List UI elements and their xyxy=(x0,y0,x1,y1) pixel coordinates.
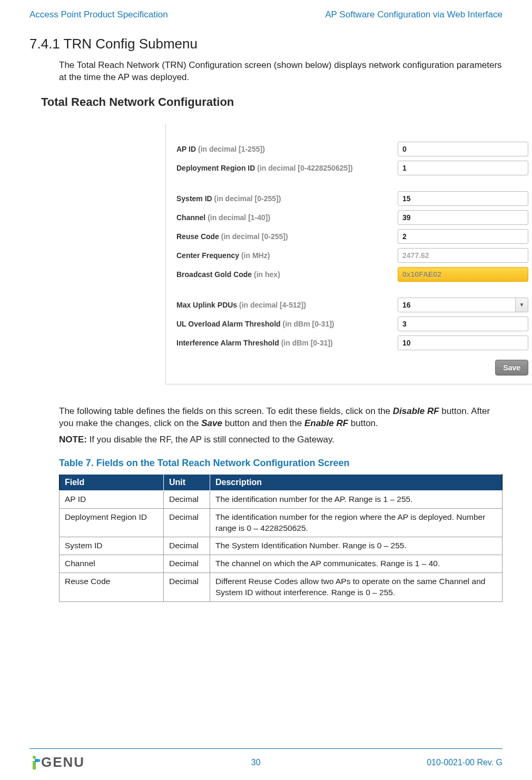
table-row: ChannelDecimalThe channel on which the A… xyxy=(60,555,503,573)
label-interference-threshold: Interference Alarm Threshold (in dBm [0-… xyxy=(176,339,398,347)
row-broadcast-gold-code: Broadcast Gold Code (in hex) 0x10FAE02 xyxy=(166,265,532,284)
label-channel: Channel (in decimal [1-40]) xyxy=(176,213,398,222)
section-number: 7.4.1 xyxy=(29,36,60,52)
label-system-id: System ID (in decimal [0-255]) xyxy=(176,194,398,203)
header-left: Access Point Product Specification xyxy=(29,9,168,20)
readonly-broadcast-gold-code: 0x10FAE02 xyxy=(398,267,528,282)
row-channel: Channel (in decimal [1-40]) xyxy=(166,208,532,227)
header-right: AP Software Configuration via Web Interf… xyxy=(325,9,503,20)
readonly-center-frequency: 2477.62 xyxy=(398,248,528,263)
page-header: Access Point Product Specification AP So… xyxy=(29,9,503,20)
label-deployment-region-id: Deployment Region ID (in decimal [0-4228… xyxy=(176,164,398,172)
note-label: NOTE: xyxy=(59,435,87,445)
th-description: Description xyxy=(210,474,503,490)
revision-number: 010-0021-00 Rev. G xyxy=(427,758,503,767)
table-row: AP IDDecimalThe identification number fo… xyxy=(60,490,503,508)
input-interference-threshold[interactable] xyxy=(398,335,528,350)
th-field: Field xyxy=(60,474,164,490)
fields-table: Field Unit Description AP IDDecimalThe i… xyxy=(59,474,503,602)
edit-instructions: The following table defines the fields o… xyxy=(59,406,503,430)
brand-logo: GENU xyxy=(29,754,85,771)
config-title: Total Reach Network Configuration xyxy=(41,95,503,109)
input-system-id[interactable] xyxy=(398,191,528,206)
row-reuse-code: Reuse Code (in decimal [0-255]) xyxy=(166,227,532,246)
footer-divider xyxy=(29,748,503,749)
table-header-row: Field Unit Description xyxy=(60,474,503,490)
label-broadcast-gold-code: Broadcast Gold Code (in hex) xyxy=(176,270,398,279)
label-center-frequency: Center Frequency (in MHz) xyxy=(176,251,398,260)
label-ul-overload-threshold: UL Overload Alarm Threshold (in dBm [0-3… xyxy=(176,320,398,328)
table-row: System IDDecimalThe System Identificatio… xyxy=(60,537,503,555)
row-max-uplink-pdus: Max Uplink PDUs (in decimal [4-512]) 16▼ xyxy=(166,295,532,314)
save-button[interactable]: Save xyxy=(495,360,528,376)
row-ul-overload-threshold: UL Overload Alarm Threshold (in dBm [0-3… xyxy=(166,314,532,333)
input-channel[interactable] xyxy=(398,210,528,225)
logo-icon xyxy=(29,756,39,769)
th-unit: Unit xyxy=(164,474,210,490)
row-system-id: System ID (in decimal [0-255]) xyxy=(166,189,532,208)
page-number: 30 xyxy=(251,758,261,767)
intro-paragraph: The Total Reach Network (TRN) Configurat… xyxy=(59,60,503,84)
note-paragraph: NOTE: If you disable the RF, the AP is s… xyxy=(59,434,503,446)
input-deployment-region-id[interactable] xyxy=(398,161,528,175)
table-row: Reuse CodeDecimalDifferent Reuse Codes a… xyxy=(60,573,503,602)
label-ap-id: AP ID (in decimal [1-255]) xyxy=(176,145,398,153)
input-ul-overload-threshold[interactable] xyxy=(398,317,528,331)
section-title: TRN Config Submenu xyxy=(64,36,198,52)
label-max-uplink-pdus: Max Uplink PDUs (in decimal [4-512]) xyxy=(176,301,398,309)
input-ap-id[interactable] xyxy=(398,142,528,156)
logo-text: GENU xyxy=(41,754,85,771)
config-form: AP ID (in decimal [1-255]) Deployment Re… xyxy=(166,124,532,384)
row-center-frequency: Center Frequency (in MHz) 2477.62 xyxy=(166,246,532,265)
config-screenshot: Total Reach Network Configuration AP ID … xyxy=(41,95,503,384)
note-text: If you disable the RF, the AP is still c… xyxy=(87,435,334,445)
label-reuse-code: Reuse Code (in decimal [0-255]) xyxy=(176,232,398,241)
table-row: Deployment Region IDDecimalThe identific… xyxy=(60,508,503,537)
row-deployment-region-id: Deployment Region ID (in decimal [0-4228… xyxy=(166,159,532,177)
row-ap-id: AP ID (in decimal [1-255]) xyxy=(166,140,532,159)
chevron-down-icon: ▼ xyxy=(515,298,528,312)
page-footer: GENU 30 010-0021-00 Rev. G xyxy=(29,748,503,771)
row-interference-threshold: Interference Alarm Threshold (in dBm [0-… xyxy=(166,333,532,352)
select-max-uplink-pdus[interactable]: 16▼ xyxy=(398,298,528,312)
section-heading: 7.4.1 TRN Config Submenu xyxy=(29,36,503,52)
input-reuse-code[interactable] xyxy=(398,229,528,244)
table-caption: Table 7. Fields on the Total Reach Netwo… xyxy=(59,458,503,469)
